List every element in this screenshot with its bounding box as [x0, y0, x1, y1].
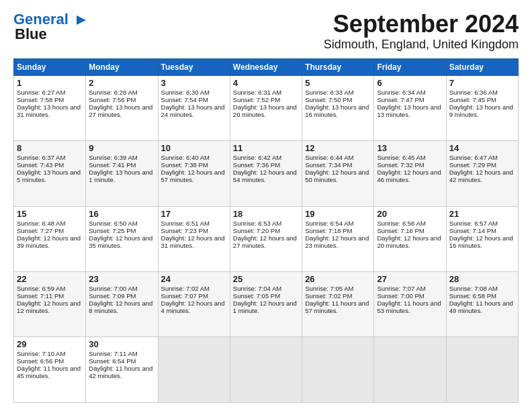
- daylight-text: Daylight: 13 hours and 5 minutes.: [17, 169, 83, 183]
- day-number: 27: [377, 274, 443, 284]
- sunset-text: Sunset: 7:38 PM: [161, 161, 227, 169]
- sunset-text: Sunset: 7:25 PM: [89, 227, 154, 234]
- sunset-text: Sunset: 7:50 PM: [305, 96, 371, 103]
- day-number: 14: [449, 143, 515, 153]
- day-number: 29: [17, 339, 83, 349]
- sunset-text: Sunset: 7:47 PM: [377, 96, 443, 103]
- day-number: 17: [161, 209, 227, 219]
- table-row: 1Sunrise: 6:27 AMSunset: 7:58 PMDaylight…: [14, 75, 86, 140]
- calendar-subtitle: Sidmouth, England, United Kingdom: [324, 38, 519, 52]
- table-row: [302, 337, 374, 403]
- table-row: 18Sunrise: 6:53 AMSunset: 7:20 PMDayligh…: [230, 206, 302, 271]
- sunrise-text: Sunrise: 7:11 AM: [89, 350, 154, 357]
- table-row: 27Sunrise: 7:07 AMSunset: 7:00 PMDayligh…: [374, 272, 446, 337]
- sunset-text: Sunset: 7:41 PM: [89, 161, 154, 169]
- table-row: 5Sunrise: 6:33 AMSunset: 7:50 PMDaylight…: [302, 75, 374, 140]
- sunrise-text: Sunrise: 6:34 AM: [377, 89, 443, 96]
- sunrise-text: Sunrise: 6:44 AM: [305, 154, 371, 161]
- sunset-text: Sunset: 7:09 PM: [89, 292, 154, 300]
- daylight-text: Daylight: 12 hours and 12 minutes.: [17, 300, 83, 314]
- sunrise-text: Sunrise: 7:00 AM: [89, 285, 154, 292]
- daylight-text: Daylight: 11 hours and 57 minutes.: [305, 300, 371, 314]
- daylight-text: Daylight: 12 hours and 39 minutes.: [17, 234, 83, 249]
- sunrise-text: Sunrise: 6:50 AM: [89, 220, 154, 227]
- day-number: 23: [89, 274, 154, 284]
- logo: General Blue: [13, 11, 87, 43]
- table-row: 21Sunrise: 6:57 AMSunset: 7:14 PMDayligh…: [446, 206, 518, 271]
- calendar-header-row: Sunday Monday Tuesday Wednesday Thursday…: [14, 58, 519, 75]
- table-row: 13Sunrise: 6:45 AMSunset: 7:32 PMDayligh…: [374, 141, 446, 206]
- sunrise-text: Sunrise: 6:54 AM: [305, 220, 371, 227]
- daylight-text: Daylight: 12 hours and 20 minutes.: [377, 234, 443, 249]
- sunrise-text: Sunrise: 6:40 AM: [161, 154, 227, 161]
- day-number: 18: [233, 209, 299, 219]
- day-number: 12: [305, 143, 371, 153]
- table-row: 6Sunrise: 6:34 AMSunset: 7:47 PMDaylight…: [374, 75, 446, 140]
- col-monday: Monday: [86, 58, 158, 75]
- sunrise-text: Sunrise: 6:45 AM: [377, 154, 443, 161]
- sunrise-text: Sunrise: 6:30 AM: [161, 89, 227, 96]
- day-number: 4: [233, 78, 299, 88]
- sunset-text: Sunset: 7:36 PM: [233, 161, 299, 169]
- page: General Blue September 2024 Sidmouth, En…: [0, 0, 532, 411]
- calendar-week-row: 8Sunrise: 6:37 AMSunset: 7:43 PMDaylight…: [14, 141, 519, 206]
- calendar-week-row: 29Sunrise: 7:10 AMSunset: 6:56 PMDayligh…: [14, 337, 519, 403]
- sunset-text: Sunset: 7:45 PM: [449, 96, 515, 103]
- logo-arrow-icon: [73, 13, 87, 28]
- sunset-text: Sunset: 7:52 PM: [233, 96, 299, 103]
- table-row: 11Sunrise: 6:42 AMSunset: 7:36 PMDayligh…: [230, 141, 302, 206]
- sunset-text: Sunset: 6:58 PM: [449, 292, 515, 300]
- day-number: 26: [305, 274, 371, 284]
- daylight-text: Daylight: 12 hours and 8 minutes.: [89, 300, 154, 314]
- sunrise-text: Sunrise: 6:39 AM: [89, 154, 154, 161]
- table-row: 8Sunrise: 6:37 AMSunset: 7:43 PMDaylight…: [14, 141, 86, 206]
- table-row: 17Sunrise: 6:51 AMSunset: 7:23 PMDayligh…: [158, 206, 230, 271]
- header: General Blue September 2024 Sidmouth, En…: [13, 11, 519, 52]
- day-number: 7: [449, 78, 515, 88]
- daylight-text: Daylight: 12 hours and 50 minutes.: [305, 169, 371, 183]
- table-row: 15Sunrise: 6:48 AMSunset: 7:27 PMDayligh…: [14, 206, 86, 271]
- sunrise-text: Sunrise: 6:31 AM: [233, 89, 299, 96]
- sunrise-text: Sunrise: 7:10 AM: [17, 350, 83, 357]
- table-row: 30Sunrise: 7:11 AMSunset: 6:54 PMDayligh…: [86, 337, 158, 403]
- sunrise-text: Sunrise: 7:08 AM: [449, 285, 515, 292]
- sunrise-text: Sunrise: 6:56 AM: [377, 220, 443, 227]
- calendar-week-row: 1Sunrise: 6:27 AMSunset: 7:58 PMDaylight…: [14, 75, 519, 140]
- table-row: 20Sunrise: 6:56 AMSunset: 7:16 PMDayligh…: [374, 206, 446, 271]
- sunset-text: Sunset: 7:00 PM: [377, 292, 443, 300]
- day-number: 15: [17, 209, 83, 219]
- daylight-text: Daylight: 11 hours and 45 minutes.: [17, 365, 83, 379]
- sunrise-text: Sunrise: 7:02 AM: [161, 285, 227, 292]
- table-row: 12Sunrise: 6:44 AMSunset: 7:34 PMDayligh…: [302, 141, 374, 206]
- table-row: 2Sunrise: 6:28 AMSunset: 7:56 PMDaylight…: [86, 75, 158, 140]
- daylight-text: Daylight: 13 hours and 9 minutes.: [449, 103, 515, 118]
- daylight-text: Daylight: 12 hours and 35 minutes.: [89, 234, 154, 249]
- day-number: 21: [449, 209, 515, 219]
- sunset-text: Sunset: 7:16 PM: [377, 227, 443, 234]
- daylight-text: Daylight: 12 hours and 57 minutes.: [161, 169, 227, 183]
- col-tuesday: Tuesday: [158, 58, 230, 75]
- sunrise-text: Sunrise: 6:36 AM: [449, 89, 515, 96]
- daylight-text: Daylight: 13 hours and 13 minutes.: [377, 103, 443, 118]
- sunrise-text: Sunrise: 6:57 AM: [449, 220, 515, 227]
- day-number: 28: [449, 274, 515, 284]
- sunset-text: Sunset: 7:27 PM: [17, 227, 83, 234]
- table-row: 3Sunrise: 6:30 AMSunset: 7:54 PMDaylight…: [158, 75, 230, 140]
- day-number: 25: [233, 274, 299, 284]
- day-number: 10: [161, 143, 227, 153]
- daylight-text: Daylight: 12 hours and 54 minutes.: [233, 169, 299, 183]
- day-number: 6: [377, 78, 443, 88]
- svg-marker-0: [77, 15, 86, 25]
- sunrise-text: Sunrise: 6:28 AM: [89, 89, 154, 96]
- calendar-week-row: 22Sunrise: 6:59 AMSunset: 7:11 PMDayligh…: [14, 272, 519, 337]
- daylight-text: Daylight: 13 hours and 20 minutes.: [233, 103, 299, 118]
- sunset-text: Sunset: 6:54 PM: [89, 357, 154, 365]
- sunset-text: Sunset: 7:56 PM: [89, 96, 154, 103]
- daylight-text: Daylight: 12 hours and 1 minute.: [233, 300, 299, 314]
- table-row: 10Sunrise: 6:40 AMSunset: 7:38 PMDayligh…: [158, 141, 230, 206]
- daylight-text: Daylight: 12 hours and 46 minutes.: [377, 169, 443, 183]
- table-row: 29Sunrise: 7:10 AMSunset: 6:56 PMDayligh…: [14, 337, 86, 403]
- col-thursday: Thursday: [302, 58, 374, 75]
- daylight-text: Daylight: 12 hours and 31 minutes.: [161, 234, 227, 249]
- daylight-text: Daylight: 13 hours and 24 minutes.: [161, 103, 227, 118]
